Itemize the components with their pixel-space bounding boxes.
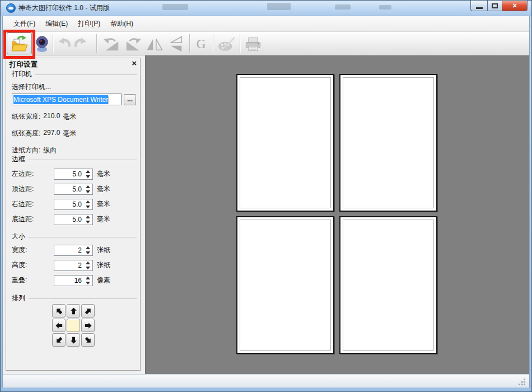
overlap-row: 重叠: 16 像素	[12, 274, 137, 286]
spin-down-icon[interactable]	[86, 251, 90, 254]
rotate-left-button[interactable]	[102, 35, 121, 53]
arrange-up-left-button[interactable]	[52, 304, 66, 318]
titlebar[interactable]: 神奇大图打印软件 1.0 - 试用版 ×	[1, 1, 531, 16]
top-margin-spinner[interactable]: 5.0	[54, 184, 93, 195]
arrange-group-legend: 排列	[12, 293, 25, 303]
menu-item-help[interactable]: 帮助(H)	[105, 17, 138, 31]
arrow-down-left-icon	[52, 333, 66, 347]
menubar: 文件(F) 编辑(E) 打印(P) 帮助(H)	[3, 16, 529, 32]
window-controls: ×	[470, 1, 528, 11]
spin-up-icon[interactable]	[86, 170, 90, 173]
overlap-spinner[interactable]: 16	[54, 275, 93, 286]
left-margin-label: 左边距:	[12, 169, 54, 179]
palette-button[interactable]	[216, 35, 238, 53]
spin-up-icon[interactable]	[86, 200, 90, 203]
print-button[interactable]	[242, 35, 264, 53]
menu-item-file[interactable]: 文件(F)	[8, 17, 40, 31]
watermark	[379, 5, 391, 10]
arrange-down-button[interactable]	[67, 333, 80, 347]
select-printer-label: 选择打印机...	[12, 82, 137, 92]
browse-printer-button[interactable]: ...	[124, 94, 136, 105]
menu-item-edit[interactable]: 编辑(E)	[40, 17, 73, 31]
toolbar-separator	[53, 34, 53, 53]
arrange-up-button[interactable]	[67, 304, 80, 318]
flip-vertical-button[interactable]	[167, 35, 185, 53]
undo-button[interactable]	[55, 35, 73, 53]
toolbar-separator	[96, 34, 97, 53]
paper-height-value: 297.0	[43, 129, 60, 138]
spin-up-icon[interactable]	[86, 277, 90, 279]
arrange-center-button[interactable]	[67, 319, 80, 332]
right-margin-spinner[interactable]: 5.0	[54, 199, 93, 210]
paper-width-row: 纸张宽度: 210.0 毫米	[12, 112, 137, 122]
left-margin-spinner[interactable]: 5.0	[54, 169, 93, 180]
open-folder-icon	[9, 34, 30, 53]
page-preview	[236, 216, 334, 354]
rotate-right-button[interactable]	[124, 35, 143, 53]
grayscale-icon: G	[197, 37, 206, 52]
spin-up-icon[interactable]	[86, 185, 90, 188]
printer-icon	[243, 36, 263, 53]
sidebar: 打印设置 × 打印机 选择打印机... Microsoft XPS Docume…	[3, 55, 145, 374]
top-margin-unit: 毫米	[97, 184, 110, 194]
arrange-down-left-button[interactable]	[52, 333, 66, 347]
close-icon: ×	[512, 1, 517, 11]
spin-up-icon[interactable]	[86, 262, 90, 264]
feed-direction-row: 进纸方向: 纵向	[12, 146, 137, 155]
minimize-icon	[476, 7, 483, 9]
spin-up-icon[interactable]	[86, 246, 90, 249]
group-rule	[29, 237, 137, 237]
margin-group: 边框 左边距: 5.0 毫米 顶边距:	[12, 155, 137, 228]
arrange-right-button[interactable]	[81, 319, 95, 332]
minimize-button[interactable]	[470, 1, 487, 11]
toolbar: G	[3, 32, 529, 55]
paper-width-unit: 毫米	[63, 112, 76, 122]
grayscale-button[interactable]: G	[192, 35, 210, 53]
width-row: 宽度: 2 张纸	[12, 244, 137, 256]
redo-icon	[73, 36, 89, 52]
toolbar-separator	[240, 34, 240, 53]
camera-icon	[34, 35, 51, 53]
arrange-group: 排列	[12, 293, 137, 347]
maximize-button[interactable]	[487, 1, 502, 11]
height-label: 高度:	[12, 260, 54, 270]
arrange-grid	[52, 304, 137, 347]
panel-close-button[interactable]: ×	[132, 58, 137, 68]
spin-down-icon[interactable]	[86, 206, 90, 208]
width-spinner[interactable]: 2	[54, 245, 93, 256]
arrange-up-right-button[interactable]	[81, 304, 95, 318]
rotate-left-icon	[102, 36, 120, 53]
height-spinner[interactable]: 2	[54, 260, 93, 271]
overlap-value: 16	[54, 277, 84, 284]
bottom-margin-unit: 毫米	[97, 214, 110, 224]
open-button[interactable]	[7, 32, 32, 54]
arrange-down-right-button[interactable]	[81, 333, 95, 347]
feed-direction-value: 纵向	[43, 146, 57, 155]
spin-down-icon[interactable]	[86, 267, 90, 269]
arrange-left-button[interactable]	[52, 319, 66, 332]
spin-down-icon[interactable]	[86, 175, 90, 178]
redo-button[interactable]	[72, 35, 90, 53]
spin-down-icon[interactable]	[86, 282, 90, 284]
statusbar	[3, 374, 529, 388]
group-rule	[35, 74, 137, 75]
spin-down-icon[interactable]	[86, 221, 90, 223]
resize-grip[interactable]	[518, 377, 526, 385]
close-button[interactable]: ×	[502, 1, 528, 11]
window-frame: 神奇大图打印软件 1.0 - 试用版 × 文件(F) 编辑(E) 打印(P) 帮…	[1, 1, 531, 391]
bottom-margin-value: 5.0	[54, 216, 84, 223]
page-preview	[339, 74, 437, 212]
undo-icon	[56, 36, 72, 52]
bottom-margin-spinner[interactable]: 5.0	[54, 214, 93, 225]
printer-group-legend: 打印机	[12, 69, 32, 79]
printer-name-input[interactable]: Microsoft XPS Document Writer	[12, 94, 122, 105]
arrow-up-left-icon	[52, 304, 66, 318]
spin-up-icon[interactable]	[86, 216, 90, 218]
menu-item-print[interactable]: 打印(P)	[73, 17, 105, 31]
height-value: 2	[54, 262, 84, 269]
flip-horizontal-button[interactable]	[146, 35, 164, 53]
capture-button[interactable]	[33, 35, 52, 53]
right-margin-unit: 毫米	[97, 199, 110, 209]
spin-down-icon[interactable]	[86, 190, 90, 193]
group-rule	[29, 298, 137, 299]
